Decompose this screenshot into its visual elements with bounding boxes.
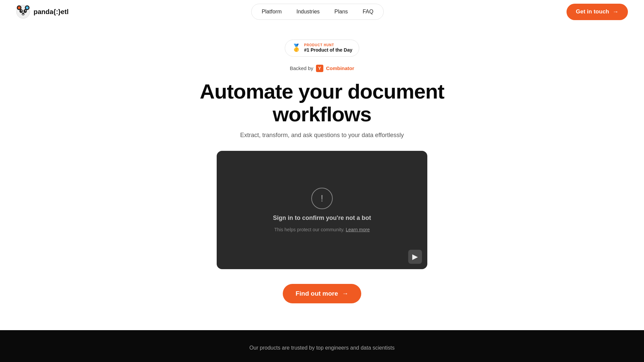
hero-subtitle: Extract, transform, and ask questions to… xyxy=(240,132,404,139)
video-player[interactable]: ! Sign in to confirm you're not a bot Th… xyxy=(217,151,427,269)
get-in-touch-button[interactable]: Get in touch → xyxy=(567,4,628,20)
panda-logo-icon xyxy=(16,5,30,19)
svg-point-3 xyxy=(18,6,20,9)
find-out-more-button[interactable]: Find out more → xyxy=(283,284,361,303)
warning-circle-icon: ! xyxy=(311,188,333,209)
yc-logo-icon: Y xyxy=(316,65,323,72)
ph-product-hunt-text: PRODUCT HUNT xyxy=(304,43,334,47)
svg-point-9 xyxy=(22,13,24,14)
nav-platform[interactable]: Platform xyxy=(254,6,289,17)
video-sign-in-title: Sign in to confirm you're not a bot xyxy=(273,215,371,222)
product-hunt-badge: 🥇 PRODUCT HUNT #1 Product of the Day xyxy=(285,40,360,57)
nav-faq[interactable]: FAQ xyxy=(355,6,381,17)
logo-text: panda{:}etl xyxy=(34,8,68,16)
learn-more-link[interactable]: Learn more xyxy=(346,227,370,232)
backed-by-label: Backed by xyxy=(290,65,313,71)
svg-point-4 xyxy=(26,6,29,9)
trusted-section: Our products are trusted by top engineer… xyxy=(0,330,644,362)
ph-label: PRODUCT HUNT #1 Product of the Day xyxy=(304,43,353,53)
video-play-button[interactable]: ▶ xyxy=(408,250,422,264)
cta-arrow-icon: → xyxy=(612,8,619,15)
medal-icon: 🥇 xyxy=(292,44,301,52)
nav-links: Platform Industries Plans FAQ xyxy=(251,4,384,20)
navbar: panda{:}etl Platform Industries Plans FA… xyxy=(0,0,644,23)
svg-point-8 xyxy=(25,10,26,11)
trusted-text: Our products are trusted by top engineer… xyxy=(0,345,644,351)
hero-section: 🥇 PRODUCT HUNT #1 Product of the Day Bac… xyxy=(0,23,644,317)
yc-name: Combinator xyxy=(326,65,354,71)
get-in-touch-label: Get in touch xyxy=(576,8,609,15)
find-out-arrow-icon: → xyxy=(342,290,348,297)
video-sign-in-sub: This helps protect our community. Learn … xyxy=(274,227,370,232)
ph-rank-text: #1 Product of the Day xyxy=(304,47,353,53)
nav-industries[interactable]: Industries xyxy=(289,6,327,17)
nav-plans[interactable]: Plans xyxy=(327,6,355,17)
hero-title: Automate your document workflows xyxy=(188,80,456,126)
video-overlay: ! Sign in to confirm you're not a bot Th… xyxy=(273,188,371,232)
svg-point-7 xyxy=(21,10,22,11)
find-out-label: Find out more xyxy=(296,290,338,297)
logo-link[interactable]: panda{:}etl xyxy=(16,5,68,19)
backed-by: Backed by Y Combinator xyxy=(290,65,354,72)
